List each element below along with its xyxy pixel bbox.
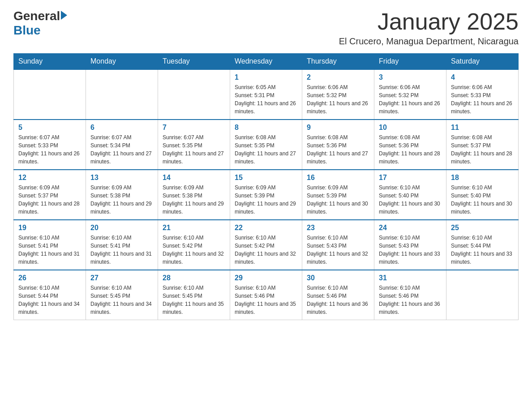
day-number: 8 (235, 124, 297, 132)
day-info: Sunrise: 6:08 AMSunset: 5:36 PMDaylight:… (379, 133, 442, 166)
day-cell-18: 18Sunrise: 6:10 AMSunset: 5:40 PMDayligh… (446, 170, 519, 220)
title-area: January 2025 El Crucero, Managua Departm… (339, 9, 519, 47)
day-number: 27 (90, 274, 153, 282)
day-info: Sunrise: 6:09 AMSunset: 5:37 PMDaylight:… (18, 184, 81, 216)
empty-cell (158, 69, 230, 120)
day-info: Sunrise: 6:10 AMSunset: 5:41 PMDaylight:… (18, 234, 81, 266)
day-number: 19 (18, 224, 81, 232)
day-cell-1: 1Sunrise: 6:05 AMSunset: 5:31 PMDaylight… (230, 69, 302, 120)
day-cell-21: 21Sunrise: 6:10 AMSunset: 5:42 PMDayligh… (158, 220, 230, 270)
week-row-2: 5Sunrise: 6:07 AMSunset: 5:33 PMDaylight… (14, 120, 519, 170)
day-info: Sunrise: 6:10 AMSunset: 5:43 PMDaylight:… (379, 234, 442, 266)
empty-cell (14, 69, 86, 120)
day-number: 9 (307, 124, 369, 132)
day-info: Sunrise: 6:06 AMSunset: 5:32 PMDaylight:… (307, 83, 369, 116)
day-number: 2 (307, 73, 369, 81)
day-number: 25 (451, 224, 514, 232)
day-cell-26: 26Sunrise: 6:10 AMSunset: 5:44 PMDayligh… (14, 270, 86, 320)
day-info: Sunrise: 6:10 AMSunset: 5:40 PMDaylight:… (379, 184, 442, 216)
day-info: Sunrise: 6:09 AMSunset: 5:38 PMDaylight:… (90, 184, 153, 216)
day-header-tuesday: Tuesday (158, 54, 230, 70)
day-number: 24 (379, 224, 442, 232)
day-cell-11: 11Sunrise: 6:08 AMSunset: 5:37 PMDayligh… (446, 120, 519, 170)
day-number: 20 (90, 224, 153, 232)
day-number: 14 (163, 174, 225, 182)
day-number: 17 (379, 174, 442, 182)
calendar-subtitle: El Crucero, Managua Department, Nicaragu… (339, 36, 519, 47)
day-number: 26 (18, 274, 81, 282)
day-number: 31 (379, 274, 442, 282)
day-info: Sunrise: 6:10 AMSunset: 5:41 PMDaylight:… (90, 234, 153, 266)
day-cell-22: 22Sunrise: 6:10 AMSunset: 5:42 PMDayligh… (230, 220, 302, 270)
day-cell-29: 29Sunrise: 6:10 AMSunset: 5:46 PMDayligh… (230, 270, 302, 320)
day-number: 6 (90, 124, 153, 132)
day-cell-7: 7Sunrise: 6:07 AMSunset: 5:35 PMDaylight… (158, 120, 230, 170)
day-info: Sunrise: 6:09 AMSunset: 5:38 PMDaylight:… (163, 184, 225, 216)
day-cell-23: 23Sunrise: 6:10 AMSunset: 5:43 PMDayligh… (302, 220, 374, 270)
day-cell-17: 17Sunrise: 6:10 AMSunset: 5:40 PMDayligh… (374, 170, 446, 220)
day-number: 18 (451, 174, 514, 182)
day-cell-27: 27Sunrise: 6:10 AMSunset: 5:45 PMDayligh… (86, 270, 158, 320)
day-number: 1 (235, 73, 297, 81)
day-info: Sunrise: 6:06 AMSunset: 5:32 PMDaylight:… (379, 83, 442, 116)
week-row-1: 1Sunrise: 6:05 AMSunset: 5:31 PMDaylight… (14, 69, 519, 120)
day-number: 22 (235, 224, 297, 232)
day-info: Sunrise: 6:10 AMSunset: 5:45 PMDaylight:… (163, 284, 225, 316)
calendar-table: SundayMondayTuesdayWednesdayThursdayFrid… (13, 53, 519, 320)
day-number: 5 (18, 124, 81, 132)
day-info: Sunrise: 6:10 AMSunset: 5:45 PMDaylight:… (90, 284, 153, 316)
day-number: 28 (163, 274, 225, 282)
day-cell-16: 16Sunrise: 6:09 AMSunset: 5:39 PMDayligh… (302, 170, 374, 220)
day-cell-24: 24Sunrise: 6:10 AMSunset: 5:43 PMDayligh… (374, 220, 446, 270)
day-info: Sunrise: 6:07 AMSunset: 5:35 PMDaylight:… (163, 133, 225, 166)
day-cell-10: 10Sunrise: 6:08 AMSunset: 5:36 PMDayligh… (374, 120, 446, 170)
day-header-thursday: Thursday (302, 54, 374, 70)
logo-blue-text: Blue (13, 23, 41, 38)
week-row-3: 12Sunrise: 6:09 AMSunset: 5:37 PMDayligh… (14, 170, 519, 220)
day-header-monday: Monday (86, 54, 158, 70)
day-info: Sunrise: 6:09 AMSunset: 5:39 PMDaylight:… (307, 184, 369, 216)
day-number: 7 (163, 124, 225, 132)
logo-arrow-icon (61, 11, 67, 20)
day-info: Sunrise: 6:08 AMSunset: 5:37 PMDaylight:… (451, 133, 514, 166)
day-cell-25: 25Sunrise: 6:10 AMSunset: 5:44 PMDayligh… (446, 220, 519, 270)
day-number: 16 (307, 174, 369, 182)
day-number: 30 (307, 274, 369, 282)
day-number: 4 (451, 73, 514, 81)
day-cell-14: 14Sunrise: 6:09 AMSunset: 5:38 PMDayligh… (158, 170, 230, 220)
day-cell-4: 4Sunrise: 6:06 AMSunset: 5:33 PMDaylight… (446, 69, 519, 120)
day-cell-6: 6Sunrise: 6:07 AMSunset: 5:34 PMDaylight… (86, 120, 158, 170)
day-header-sunday: Sunday (14, 54, 86, 70)
day-info: Sunrise: 6:10 AMSunset: 5:43 PMDaylight:… (307, 234, 369, 266)
day-cell-3: 3Sunrise: 6:06 AMSunset: 5:32 PMDaylight… (374, 69, 446, 120)
day-cell-20: 20Sunrise: 6:10 AMSunset: 5:41 PMDayligh… (86, 220, 158, 270)
week-row-4: 19Sunrise: 6:10 AMSunset: 5:41 PMDayligh… (14, 220, 519, 270)
day-info: Sunrise: 6:07 AMSunset: 5:33 PMDaylight:… (18, 133, 81, 166)
day-info: Sunrise: 6:09 AMSunset: 5:39 PMDaylight:… (235, 184, 297, 216)
day-info: Sunrise: 6:10 AMSunset: 5:42 PMDaylight:… (163, 234, 225, 266)
empty-cell (86, 69, 158, 120)
day-number: 23 (307, 224, 369, 232)
day-info: Sunrise: 6:10 AMSunset: 5:46 PMDaylight:… (235, 284, 297, 316)
day-number: 3 (379, 73, 442, 81)
day-cell-2: 2Sunrise: 6:06 AMSunset: 5:32 PMDaylight… (302, 69, 374, 120)
day-number: 10 (379, 124, 442, 132)
day-number: 12 (18, 174, 81, 182)
day-number: 29 (235, 274, 297, 282)
day-info: Sunrise: 6:10 AMSunset: 5:46 PMDaylight:… (379, 284, 442, 316)
day-info: Sunrise: 6:10 AMSunset: 5:44 PMDaylight:… (18, 284, 81, 316)
day-cell-9: 9Sunrise: 6:08 AMSunset: 5:36 PMDaylight… (302, 120, 374, 170)
week-row-5: 26Sunrise: 6:10 AMSunset: 5:44 PMDayligh… (14, 270, 519, 320)
day-number: 15 (235, 174, 297, 182)
day-cell-30: 30Sunrise: 6:10 AMSunset: 5:46 PMDayligh… (302, 270, 374, 320)
day-cell-31: 31Sunrise: 6:10 AMSunset: 5:46 PMDayligh… (374, 270, 446, 320)
day-cell-5: 5Sunrise: 6:07 AMSunset: 5:33 PMDaylight… (14, 120, 86, 170)
day-header-wednesday: Wednesday (230, 54, 302, 70)
logo-general-text: General (13, 9, 60, 23)
empty-cell (446, 270, 519, 320)
day-info: Sunrise: 6:10 AMSunset: 5:40 PMDaylight:… (451, 184, 514, 216)
day-number: 11 (451, 124, 514, 132)
day-cell-13: 13Sunrise: 6:09 AMSunset: 5:38 PMDayligh… (86, 170, 158, 220)
day-cell-19: 19Sunrise: 6:10 AMSunset: 5:41 PMDayligh… (14, 220, 86, 270)
day-info: Sunrise: 6:10 AMSunset: 5:44 PMDaylight:… (451, 234, 514, 266)
